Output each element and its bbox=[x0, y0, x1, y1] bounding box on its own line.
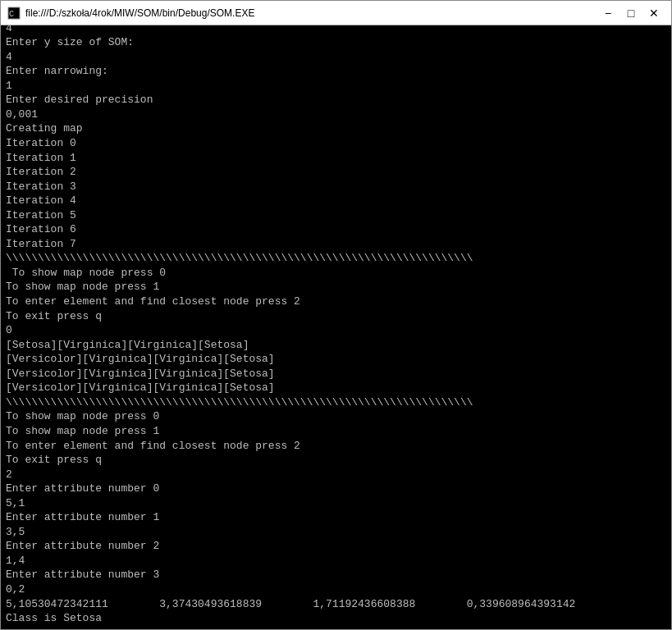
window-controls: − □ ✕ bbox=[597, 4, 665, 22]
main-window: C file:///D:/szkoła/4rok/MIW/SOM/bin/Deb… bbox=[0, 0, 672, 630]
app-icon: C bbox=[7, 7, 21, 20]
minimize-button[interactable]: − bbox=[597, 4, 619, 22]
window-title: file:///D:/szkoła/4rok/MIW/SOM/bin/Debug… bbox=[25, 7, 597, 19]
maximize-button[interactable]: □ bbox=[620, 4, 642, 22]
title-bar: C file:///D:/szkoła/4rok/MIW/SOM/bin/Deb… bbox=[1, 1, 671, 25]
close-button[interactable]: ✕ bbox=[643, 4, 665, 22]
console-scroll-area[interactable]: SOM demo Deserializing input Enter x siz… bbox=[1, 25, 671, 629]
svg-text:C: C bbox=[9, 10, 14, 19]
console-output: SOM demo Deserializing input Enter x siz… bbox=[1, 25, 671, 629]
console-container: SOM demo Deserializing input Enter x siz… bbox=[1, 25, 671, 629]
